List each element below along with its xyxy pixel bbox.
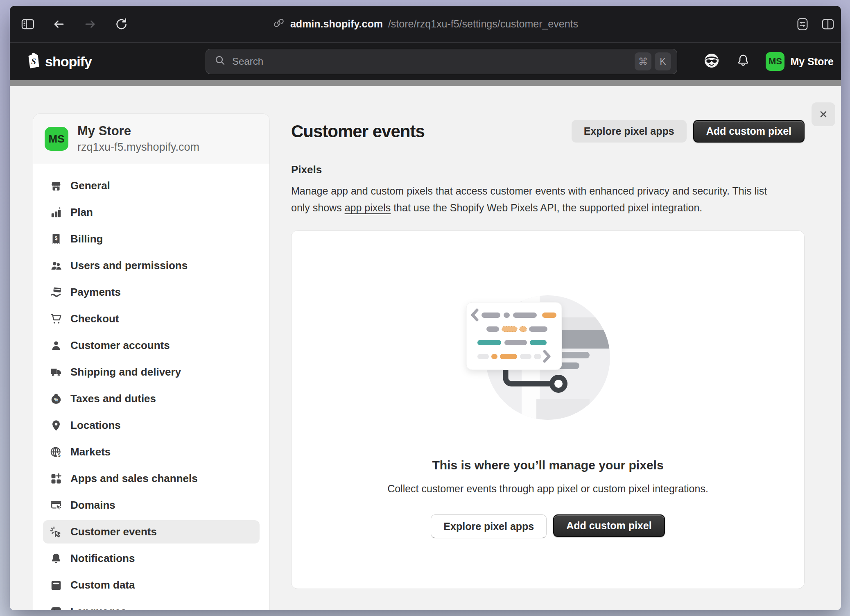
page-title: Customer events — [291, 122, 425, 141]
sidebar-item-label: Customer events — [70, 525, 157, 538]
browser-toolbar-right — [795, 6, 835, 42]
sidebar-item-label: Payments — [70, 286, 121, 299]
sidebar-item-locations[interactable]: Locations — [43, 414, 260, 437]
store-icon — [50, 180, 62, 192]
sidebar-item-payments[interactable]: Payments — [43, 281, 260, 304]
empty-state-subtext: Collect customer events through app pixe… — [292, 483, 804, 495]
settings-nav: General Plan $ Billing Users and permiss… — [33, 164, 269, 610]
url-path: /store/rzq1xu-f5/settings/customer_event… — [388, 18, 578, 30]
reader-settings-icon[interactable] — [795, 17, 810, 32]
reload-icon[interactable] — [114, 17, 129, 32]
explore-pixel-apps-button[interactable]: Explore pixel apps — [572, 120, 687, 143]
search-input[interactable] — [232, 56, 635, 67]
sidekick-icon[interactable] — [703, 52, 721, 71]
notifications-icon — [50, 553, 62, 565]
sidebar-item-domains[interactable]: Domains — [43, 494, 260, 517]
sidebar-item-users-and-permissions[interactable]: Users and permissions — [43, 254, 260, 277]
global-search[interactable]: ⌘ K — [206, 49, 677, 74]
empty-state-actions: Explore pixel apps Add custom pixel — [292, 514, 804, 538]
custom-data-icon — [50, 579, 62, 591]
sidebar-item-shipping-and-delivery[interactable]: Shipping and delivery — [43, 360, 260, 384]
sidebar-item-customer-events[interactable]: Customer events — [43, 520, 260, 544]
plan-icon — [50, 206, 62, 219]
shopify-logo[interactable]: S shopify — [26, 52, 92, 71]
sidebar-item-label: Users and permissions — [70, 259, 188, 272]
close-icon — [817, 108, 830, 120]
store-avatar: MS — [766, 52, 784, 71]
svg-text:$: $ — [55, 236, 58, 241]
sidebar-item-markets[interactable]: $ Markets — [43, 440, 260, 464]
sidebar-item-general[interactable]: General — [43, 174, 260, 197]
sidebar-toggle-icon[interactable] — [20, 17, 35, 32]
users-icon — [50, 260, 62, 272]
sidebar-item-label: Domains — [70, 499, 115, 512]
sidebar-item-languages[interactable]: A★ Languages — [43, 600, 260, 610]
url-domain: admin.shopify.com — [290, 18, 383, 30]
sidebar-store-avatar: MS — [45, 127, 68, 151]
search-icon — [214, 54, 226, 68]
sidebar-item-label: Taxes and duties — [70, 392, 156, 405]
browser-toolbar: admin.shopify.com/store/rzq1xu-f5/settin… — [10, 6, 841, 43]
empty-explore-pixel-apps-button[interactable]: Explore pixel apps — [431, 514, 547, 538]
sidebar-item-label: Locations — [70, 419, 121, 432]
payments-icon — [50, 286, 62, 299]
header-actions: MS My Store — [703, 43, 834, 80]
split-view-icon[interactable] — [821, 17, 835, 32]
page-header: Customer events Explore pixel apps Add c… — [291, 120, 805, 143]
sidebar-item-label: Apps and sales channels — [70, 472, 198, 485]
empty-add-custom-pixel-button[interactable]: Add custom pixel — [553, 514, 665, 537]
svg-text:%: % — [54, 397, 58, 402]
sidebar-item-label: Customer accounts — [70, 339, 170, 352]
forward-icon[interactable] — [83, 17, 97, 32]
sidebar-item-label: Checkout — [70, 313, 119, 325]
shopify-bag-icon: S — [26, 52, 42, 71]
cmd-key: ⌘ — [635, 52, 651, 70]
back-icon[interactable] — [52, 17, 66, 32]
pixels-empty-card: This is where you’ll manage your pixels … — [291, 230, 805, 589]
domains-icon — [50, 499, 62, 512]
sidebar-item-label: Languages — [70, 605, 127, 610]
sidebar-store-domain: rzq1xu-f5.myshopify.com — [77, 141, 199, 154]
taxes-icon: % — [50, 393, 62, 405]
app-pixels-link[interactable]: app pixels — [345, 202, 391, 213]
page-actions: Explore pixel apps Add custom pixel — [572, 120, 805, 143]
search-shortcut: ⌘ K — [635, 52, 671, 70]
pixels-illustration — [425, 292, 671, 456]
sidebar-item-apps-and-sales-channels[interactable]: Apps and sales channels — [43, 467, 260, 490]
customer-events-icon — [50, 526, 62, 538]
locations-icon — [50, 419, 62, 432]
add-custom-pixel-button[interactable]: Add custom pixel — [693, 120, 805, 143]
sidebar-item-label: Custom data — [70, 579, 135, 591]
link-icon — [273, 17, 285, 32]
pixels-description: Manage app and custom pixels that access… — [291, 183, 782, 216]
empty-state-heading: This is where you’ll manage your pixels — [292, 458, 804, 472]
sidebar-store-name: My Store — [77, 124, 199, 138]
store-name: My Store — [790, 56, 834, 68]
close-button[interactable] — [812, 102, 835, 126]
sidebar-item-notifications[interactable]: Notifications — [43, 547, 260, 570]
description-text-2: that use the Shopify Web Pixels API, the… — [391, 202, 702, 213]
k-key: K — [655, 52, 671, 70]
sidebar-item-customer-accounts[interactable]: Customer accounts — [43, 334, 260, 357]
sidebar-item-taxes-and-duties[interactable]: % Taxes and duties — [43, 387, 260, 410]
svg-text:A: A — [52, 609, 57, 611]
sidebar-item-checkout[interactable]: Checkout — [43, 307, 260, 331]
address-bar[interactable]: admin.shopify.com/store/rzq1xu-f5/settin… — [273, 6, 578, 42]
sidebar-item-plan[interactable]: Plan — [43, 201, 260, 224]
shipping-icon — [50, 366, 62, 378]
browser-window: admin.shopify.com/store/rzq1xu-f5/settin… — [10, 6, 841, 610]
main-content: Customer events Explore pixel apps Add c… — [291, 120, 805, 589]
sidebar-item-label: Billing — [70, 233, 103, 245]
sidebar-store-card: MS My Store rzq1xu-f5.myshopify.com — [33, 114, 269, 164]
shopify-header: S shopify ⌘ K MS My Store — [10, 43, 841, 80]
pixels-section-title: Pixels — [291, 163, 805, 176]
checkout-icon — [50, 313, 62, 325]
sidebar-item-billing[interactable]: $ Billing — [43, 227, 260, 251]
settings-sidebar: MS My Store rzq1xu-f5.myshopify.com Gene… — [33, 113, 270, 610]
markets-icon: $ — [50, 446, 62, 458]
sidebar-item-custom-data[interactable]: Custom data — [43, 573, 260, 597]
customer-accounts-icon — [50, 340, 62, 352]
notifications-bell-icon[interactable] — [735, 53, 751, 70]
dimmed-page-strip — [10, 80, 841, 86]
store-menu[interactable]: MS My Store — [766, 52, 834, 71]
